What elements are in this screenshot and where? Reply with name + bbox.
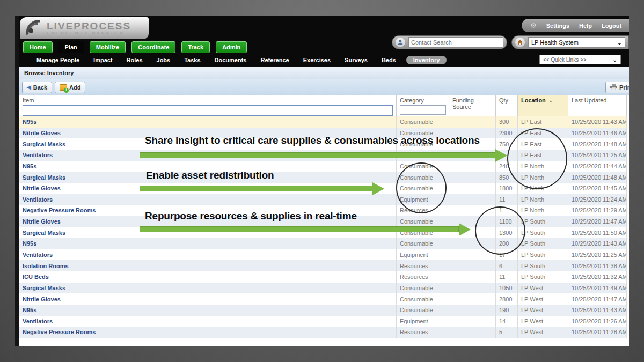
item-link[interactable]: Negative Pressure Rooms [23, 329, 96, 335]
table-row[interactable]: Ventilators Equipment 17 LP South 10/25/… [19, 249, 629, 261]
cell-item[interactable]: N95s [19, 161, 397, 172]
item-link[interactable]: Ventilators [23, 196, 53, 203]
table-row[interactable]: N95s Consumable 190 LP West 10/25/2020 1… [19, 305, 629, 316]
subnav-impact[interactable]: Impact [86, 57, 119, 63]
item-link[interactable]: Nitrile Gloves [23, 218, 61, 225]
cell-item[interactable]: N95s [19, 116, 397, 128]
cell-item[interactable]: Surgical Masks [19, 227, 397, 238]
table-row[interactable]: ICU Beds Resources 11 LP South 10/25/202… [19, 271, 629, 283]
subnav-exercises[interactable]: Exercises [296, 57, 338, 63]
table-row[interactable]: Nitrile Gloves Consumable 2800 LP West 1… [19, 293, 629, 305]
column-header-qty[interactable]: Qty [496, 95, 518, 116]
settings-link[interactable]: Settings [546, 23, 569, 29]
item-link[interactable]: Isolation Rooms [23, 263, 69, 269]
cell-item[interactable]: Negative Pressure Rooms [19, 327, 397, 338]
table-row[interactable]: Negative Pressure Rooms Resources 1 LP N… [19, 205, 629, 216]
cell-qty: 300 [496, 116, 518, 128]
subnav-manage-people[interactable]: Manage People [30, 57, 86, 63]
subnav-inventory[interactable]: Inventory [406, 56, 447, 64]
table-row[interactable]: Ventilators Equipment 11 LP North 10/25/… [19, 194, 629, 205]
item-link[interactable]: Nitrile Gloves [23, 296, 61, 302]
back-button[interactable]: ◀ Back [22, 82, 52, 93]
column-header-funding-source[interactable]: Funding Source [449, 95, 496, 116]
item-link[interactable]: Nitrile Gloves [23, 130, 61, 136]
table-row[interactable]: Ventilators Equipment 14 LP West 10/25/2… [19, 316, 629, 327]
system-select[interactable]: LP Health System ⌄ [528, 37, 625, 48]
app-header: LIVEPROCESS EMERGENCY MANAGER ⚙ Settings… [19, 16, 629, 67]
column-header-last-updated[interactable]: Last Updated [568, 95, 627, 116]
subnav-reference[interactable]: Reference [253, 57, 296, 63]
cell-last-updated: 10/25/2020 11:29 AM [568, 205, 627, 216]
table-row[interactable]: Surgical Masks Consumable 750 LP East 10… [19, 138, 629, 150]
tab-admin[interactable]: Admin [216, 41, 247, 53]
subnav-roles[interactable]: Roles [120, 57, 150, 63]
table-row[interactable]: Ventilators Equipment 9 LP East 10/25/20… [19, 150, 629, 161]
cell-item[interactable]: Nitrile Gloves [19, 128, 397, 139]
item-link[interactable]: Surgical Masks [23, 285, 65, 291]
column-header-category[interactable]: Category [397, 95, 449, 116]
cell-item[interactable]: Ventilators [19, 150, 397, 161]
subnav-documents[interactable]: Documents [208, 57, 254, 63]
cell-item[interactable]: Negative Pressure Rooms [19, 205, 397, 216]
cell-item[interactable]: Ventilators [19, 194, 397, 205]
tab-coordinate[interactable]: Coordinate [131, 41, 175, 53]
item-link[interactable]: Surgical Masks [23, 230, 65, 236]
cell-item[interactable]: Ventilators [19, 316, 397, 327]
tab-mobilize[interactable]: Mobilize [90, 41, 126, 53]
item-link[interactable]: Ventilators [23, 152, 53, 158]
contact-search-input[interactable] [408, 37, 503, 48]
table-row[interactable]: Nitrile Gloves Consumable 1800 LP North … [19, 183, 629, 194]
cell-item[interactable]: Nitrile Gloves [19, 216, 397, 227]
cell-item[interactable]: Nitrile Gloves [19, 293, 397, 305]
item-link[interactable]: Nitrile Gloves [23, 185, 61, 191]
item-link[interactable]: Surgical Masks [23, 141, 65, 147]
cell-item[interactable]: Surgical Masks [19, 172, 397, 183]
subnav-surveys[interactable]: Surveys [338, 57, 375, 63]
tab-track[interactable]: Track [181, 41, 210, 53]
cell-item[interactable]: Surgical Masks [19, 138, 397, 150]
cell-item[interactable]: Nitrile Gloves [19, 183, 397, 194]
table-row[interactable]: N95s Consumable 300 LP East 10/25/2020 1… [19, 116, 629, 128]
column-header-item[interactable]: Item [19, 95, 397, 116]
item-link[interactable]: ICU Beds [23, 274, 49, 280]
cell-location: LP East [518, 116, 568, 128]
table-row[interactable]: N95s Consumable 200 LP South 10/25/2020 … [19, 238, 629, 249]
table-row[interactable]: Surgical Masks Consumable 1050 LP West 1… [19, 283, 629, 294]
column-header-location-sorted[interactable]: Location▲ [518, 95, 568, 116]
print-button[interactable]: Print [605, 82, 629, 93]
table-row[interactable]: N95s Consumable 240 LP North 10/25/2020 … [19, 161, 629, 172]
item-link[interactable]: N95s [23, 119, 36, 125]
category-filter-input[interactable] [400, 105, 446, 115]
cell-item[interactable]: Surgical Masks [19, 283, 397, 294]
cell-item[interactable]: ICU Beds [19, 271, 397, 283]
subnav-jobs[interactable]: Jobs [150, 57, 178, 63]
tab-home[interactable]: Home [23, 41, 53, 53]
cell-item[interactable]: Isolation Rooms [19, 260, 397, 271]
cell-item[interactable]: N95s [19, 305, 397, 316]
subnav-beds[interactable]: Beds [375, 57, 403, 63]
item-link[interactable]: N95s [23, 240, 36, 247]
cell-item[interactable]: Ventilators [19, 249, 397, 261]
item-filter-input[interactable] [23, 105, 393, 116]
cell-item[interactable]: N95s [19, 238, 397, 249]
help-link[interactable]: Help [579, 23, 592, 29]
item-link[interactable]: Ventilators [23, 252, 53, 258]
item-link[interactable]: N95s [23, 163, 36, 169]
toolbar: ◀ Back Add Print [19, 79, 629, 95]
gear-icon[interactable]: ⚙ [530, 21, 537, 29]
table-row[interactable]: Nitrile Gloves Consumable 1100 LP South … [19, 216, 629, 227]
add-button[interactable]: Add [55, 82, 85, 93]
logout-link[interactable]: Logout [602, 23, 621, 29]
table-row[interactable]: Negative Pressure Rooms Resources 5 LP W… [19, 327, 629, 338]
item-link[interactable]: Negative Pressure Rooms [23, 207, 96, 213]
quick-links-select[interactable]: << Quick Links >> ⌄ [539, 55, 621, 64]
item-link[interactable]: N95s [23, 307, 36, 313]
table-row[interactable]: Nitrile Gloves Consumable 2300 LP East 1… [19, 128, 629, 139]
subnav-tasks[interactable]: Tasks [177, 57, 207, 63]
item-link[interactable]: Ventilators [23, 318, 53, 324]
table-row[interactable]: Surgical Masks Consumable 850 LP North 1… [19, 172, 629, 183]
table-row[interactable]: Surgical Masks Consumable 1300 LP South … [19, 227, 629, 238]
tab-plan[interactable]: Plan [58, 41, 84, 53]
item-link[interactable]: Surgical Masks [23, 174, 65, 181]
table-row[interactable]: Isolation Rooms Resources 6 LP South 10/… [19, 260, 629, 271]
